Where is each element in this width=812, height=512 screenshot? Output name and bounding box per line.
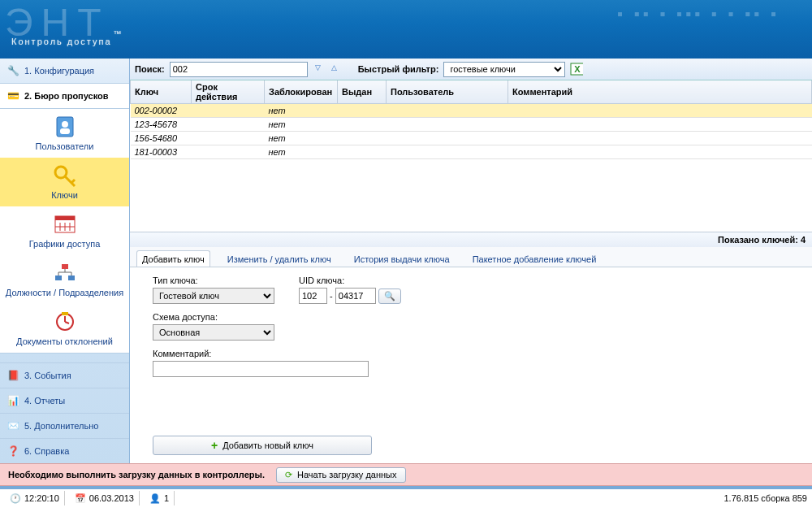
search-up-icon[interactable]: △ bbox=[329, 63, 340, 75]
uid-label: UID ключа: bbox=[299, 276, 401, 285]
excel-export-icon[interactable]: X bbox=[570, 63, 583, 76]
key-icon bbox=[52, 163, 78, 189]
access-scheme-label: Схема доступа: bbox=[153, 312, 274, 322]
svg-rect-12 bbox=[62, 264, 68, 269]
comment-label: Комментарий: bbox=[153, 349, 369, 358]
subnav-positions[interactable]: Должности / Подразделения bbox=[0, 255, 129, 304]
nav-label: 5. Дополнительно bbox=[24, 421, 98, 431]
uid-prefix-input[interactable] bbox=[299, 288, 327, 304]
key-type-label: Тип ключа: bbox=[153, 276, 274, 285]
keys-grid[interactable]: Ключ Срок действия Заблокирован Выдан По… bbox=[130, 80, 812, 232]
search-input[interactable] bbox=[170, 62, 308, 77]
svg-rect-13 bbox=[55, 276, 62, 280]
add-key-button[interactable]: + Добавить новый ключ bbox=[153, 436, 372, 455]
col-key[interactable]: Ключ bbox=[131, 80, 192, 104]
svg-rect-14 bbox=[68, 276, 75, 280]
tab-batch-add[interactable]: Пакетное добавление ключей bbox=[467, 250, 603, 267]
nav-label: 4. Отчеты bbox=[24, 396, 65, 406]
subnav-label: Документы отклонений bbox=[16, 336, 113, 346]
user-count-icon: 👤 bbox=[149, 493, 161, 504]
plus-icon: + bbox=[211, 439, 218, 452]
detail-tabs: Добавить ключ Изменить / удалить ключ Ис… bbox=[130, 247, 812, 267]
col-blocked[interactable]: Заблокирован bbox=[265, 80, 338, 104]
upload-icon: ⟳ bbox=[285, 470, 292, 480]
search-down-icon[interactable]: ▽ bbox=[313, 63, 324, 75]
svg-rect-7 bbox=[55, 216, 75, 220]
subnav-keys[interactable]: Ключи bbox=[0, 158, 129, 206]
svg-line-5 bbox=[71, 180, 75, 183]
table-row[interactable]: 181-00003 нет bbox=[131, 145, 812, 159]
svg-rect-22 bbox=[62, 312, 68, 315]
users-icon bbox=[52, 114, 78, 140]
svg-rect-2 bbox=[60, 128, 70, 134]
clock-doc-icon bbox=[52, 309, 78, 335]
subnav-deviation-docs[interactable]: Документы отклонений bbox=[0, 304, 129, 353]
tab-edit-key[interactable]: Изменить / удалить ключ bbox=[222, 250, 337, 267]
comment-input[interactable] bbox=[153, 361, 369, 377]
table-row[interactable]: 156-54680 нет bbox=[131, 132, 812, 145]
app-title: Контроль доступа™ bbox=[11, 25, 123, 50]
search-bar: Поиск: ▽ △ Быстрый фильтр: гостевые ключ… bbox=[130, 59, 812, 80]
col-user[interactable]: Пользователь bbox=[387, 80, 508, 104]
clock-icon: 🕐 bbox=[10, 493, 21, 504]
nav-label: 1. Конфигурация bbox=[24, 66, 94, 76]
content-area: Поиск: ▽ △ Быстрый фильтр: гостевые ключ… bbox=[130, 59, 812, 463]
app-header: ЭНТ Контроль доступа™ ▪ ▪▪ ▪ ▪▪▪ ▪ ▪ ▪▪ … bbox=[0, 0, 812, 59]
calendar-icon bbox=[52, 211, 78, 237]
nav-label: 2. Бюро пропусков bbox=[24, 91, 109, 101]
svg-text:X: X bbox=[575, 64, 581, 74]
subnav-label: Ключи bbox=[51, 190, 78, 200]
nav-extra[interactable]: ✉️ 5. Дополнительно bbox=[0, 413, 129, 438]
warning-bar: Необходимо выполнить загрузку данных в к… bbox=[0, 463, 812, 486]
tab-add-key[interactable]: Добавить ключ bbox=[136, 250, 210, 267]
start-upload-button[interactable]: ⟳ Начать загрузку данных bbox=[276, 467, 406, 483]
nav-events[interactable]: 📕 3. События bbox=[0, 362, 129, 388]
nav-label: 6. Справка bbox=[24, 446, 69, 456]
nav-reports[interactable]: 📊 4. Отчеты bbox=[0, 388, 129, 413]
subnav-label: Пользователи bbox=[36, 141, 94, 151]
key-type-select[interactable]: Гостевой ключ bbox=[153, 288, 274, 304]
nav-label: 3. События bbox=[24, 371, 71, 380]
bureau-subnav: Пользователи Ключи Графики доступа Должн… bbox=[0, 109, 129, 354]
help-icon: ❓ bbox=[6, 445, 19, 458]
subnav-label: Должности / Подразделения bbox=[6, 288, 123, 297]
nav-help[interactable]: ❓ 6. Справка bbox=[0, 438, 129, 463]
filter-select[interactable]: гостевые ключи bbox=[443, 62, 565, 77]
status-time: 🕐 12:20:10 bbox=[5, 491, 65, 505]
add-key-form: Тип ключа: Гостевой ключ UID ключа: - 🔍 … bbox=[130, 267, 812, 463]
sidebar: 🔧 1. Конфигурация 💳 2. Бюро пропусков По… bbox=[0, 59, 130, 463]
status-bar: 🕐 12:20:10 📅 06.03.2013 👤 1 1.76.815 сбо… bbox=[0, 486, 812, 507]
svg-point-1 bbox=[62, 121, 68, 128]
org-chart-icon bbox=[52, 260, 78, 286]
nav-pass-bureau[interactable]: 💳 2. Бюро пропусков bbox=[0, 84, 129, 109]
svg-point-3 bbox=[55, 167, 67, 178]
uid-read-button[interactable]: 🔍 bbox=[378, 289, 401, 304]
subnav-schedules[interactable]: Графики доступа bbox=[0, 206, 129, 255]
envelope-icon: ✉️ bbox=[6, 419, 19, 432]
book-icon: 📕 bbox=[6, 369, 19, 382]
tab-issue-history[interactable]: История выдачи ключа bbox=[348, 250, 456, 267]
search-label: Поиск: bbox=[135, 64, 165, 74]
status-build: 1.76.815 сборка 859 bbox=[724, 493, 808, 503]
header-decoration: ▪ ▪▪ ▪ ▪▪▪ ▪ ▪ ▪▪ ▪ bbox=[617, 5, 780, 24]
warning-text: Необходимо выполнить загрузку данных в к… bbox=[8, 470, 265, 479]
filter-label: Быстрый фильтр: bbox=[358, 64, 439, 74]
magnifier-icon: 🔍 bbox=[384, 291, 395, 302]
uid-number-input[interactable] bbox=[335, 288, 376, 304]
access-scheme-select[interactable]: Основная bbox=[153, 324, 274, 341]
calendar-small-icon: 📅 bbox=[75, 493, 86, 504]
status-date: 📅 06.03.2013 bbox=[70, 491, 140, 505]
nav-configuration[interactable]: 🔧 1. Конфигурация bbox=[0, 59, 129, 84]
status-users: 👤 1 bbox=[145, 491, 175, 505]
col-comment[interactable]: Комментарий bbox=[508, 80, 812, 104]
col-issued[interactable]: Выдан bbox=[338, 80, 387, 104]
subnav-label: Графики доступа bbox=[29, 239, 101, 249]
grid-footer: Показано ключей: 4 bbox=[130, 232, 812, 247]
subnav-users[interactable]: Пользователи bbox=[0, 109, 129, 158]
id-card-icon: 💳 bbox=[6, 89, 19, 102]
col-expiry[interactable]: Срок действия bbox=[192, 80, 265, 104]
wrench-icon: 🔧 bbox=[6, 64, 19, 77]
chart-icon: 📊 bbox=[6, 394, 19, 407]
table-row[interactable]: 123-45678 нет bbox=[131, 118, 812, 132]
table-row[interactable]: 002-00002 нет bbox=[131, 104, 812, 118]
